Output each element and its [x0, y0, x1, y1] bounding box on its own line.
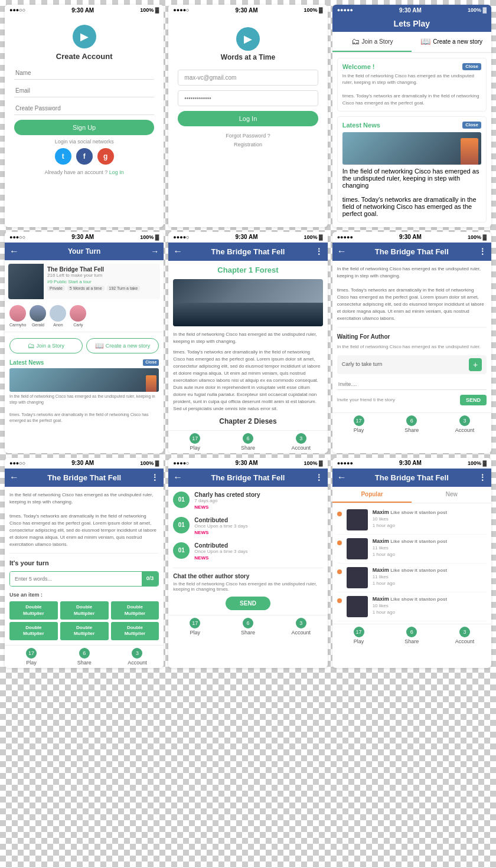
signal: ●●●○○ [9, 234, 25, 240]
nav-account[interactable]: 3 Account [111, 648, 164, 666]
story-text2: times. Today's networks are dramatically… [337, 287, 487, 322]
welcome-close[interactable]: Close [462, 63, 481, 70]
review-author-1: Maxim Like show it stanton post [373, 509, 487, 515]
nav-account[interactable]: 3 Account [275, 433, 328, 451]
chapter-body: times. Today's networks are dramatically… [173, 349, 322, 412]
back-button[interactable]: ← [337, 246, 347, 257]
header-title: The Bridge That Fell [211, 473, 285, 482]
next-button[interactable]: → [151, 247, 159, 256]
review-time-3: 1 hour ago [373, 581, 487, 586]
chapter-image [173, 279, 322, 326]
signal: ●●●●● [337, 234, 353, 240]
item-5[interactable]: DoubleMultiplier [60, 622, 109, 640]
social-login-label: Login via social networks [14, 139, 154, 145]
review-thumb-2 [347, 538, 368, 559]
join-story-tab[interactable]: 🗂 Join a Story [332, 32, 412, 52]
share-nav-icon: 6 [243, 618, 253, 628]
status-bar-5: ●●●●○ 9:30 AM 100% ▓ [168, 232, 327, 243]
nav-share[interactable]: 6 Share [385, 627, 438, 644]
nav-share[interactable]: 6 Share [221, 433, 275, 451]
more-button[interactable]: ⋮ [315, 473, 323, 482]
google-icon[interactable]: g [97, 148, 114, 165]
header-title: The Bridge That Fell [375, 473, 449, 482]
invite-input[interactable] [337, 379, 487, 390]
bottom-nav-8: 17 Play 6 Share 3 Account [168, 615, 327, 638]
nav-play[interactable]: 17 Play [332, 415, 386, 433]
password-input[interactable] [178, 90, 318, 106]
mini-news-image [9, 368, 159, 392]
mini-news-close[interactable]: Close [143, 359, 159, 366]
email-input[interactable] [178, 70, 318, 86]
item-6[interactable]: DoubleMultiplier [111, 622, 159, 640]
login-anchor[interactable]: Log In [109, 169, 124, 175]
word-input[interactable] [10, 572, 142, 586]
nav-play[interactable]: 17 Play [5, 648, 58, 666]
review-item-1: Maxim Like show it stanton post 10 likes… [337, 506, 487, 535]
back-button[interactable]: ← [173, 472, 182, 483]
more-button[interactable]: ⋮ [478, 247, 487, 256]
more-button[interactable]: ⋮ [151, 473, 159, 482]
nav-play[interactable]: 17 Play [332, 627, 386, 644]
create-story-btn[interactable]: 📖 Create a new story [86, 338, 159, 353]
nav-share[interactable]: 6 Share [221, 618, 275, 636]
review-dot-3 [337, 569, 342, 574]
send-invite-button[interactable]: SEND [460, 395, 487, 405]
review-time-4: 1 hour ago [373, 610, 487, 615]
nav-share[interactable]: 6 Share [385, 415, 438, 433]
item-1[interactable]: DoubleMultiplier [9, 601, 58, 620]
review-count-4: 10 likes [373, 603, 487, 608]
nav-share[interactable]: 6 Share [58, 648, 111, 666]
login-link: Already have an account ? Log In [14, 169, 154, 175]
nav-play[interactable]: 17 Play [168, 618, 221, 636]
back-button[interactable]: ← [337, 472, 347, 483]
carly-plus-button[interactable]: + [469, 358, 482, 371]
item-4[interactable]: DoubleMultiplier [9, 622, 58, 640]
play-nav-icon: 17 [354, 415, 364, 426]
back-button[interactable]: ← [173, 246, 182, 257]
back-button[interactable]: ← [9, 246, 19, 257]
story-title: The Bridge That Fell [47, 266, 156, 273]
item-2[interactable]: DoubleMultiplier [60, 601, 109, 620]
forgot-password[interactable]: Forgot Password ? [178, 133, 318, 139]
share-nav-icon: 6 [79, 648, 90, 659]
send-button[interactable]: SEND [226, 597, 270, 610]
items-grid: DoubleMultiplier DoubleMultiplier Double… [9, 601, 159, 640]
name-field[interactable] [14, 67, 154, 80]
bottom-nav-7: 17 Play 6 Share 3 Account [5, 645, 164, 668]
back-button[interactable]: ← [9, 472, 19, 483]
popular-tab[interactable]: Popular [332, 487, 412, 503]
signal: ●●●●○ [173, 7, 189, 13]
timeline-header: ← The Bridge That Fell ⋮ [168, 469, 327, 487]
signal: ●●●○○ [9, 7, 25, 13]
password-field[interactable] [14, 102, 154, 115]
create-story-tab[interactable]: 📖 Create a new story [412, 32, 491, 52]
review-count-1: 10 likes [373, 516, 487, 522]
nav-account[interactable]: 3 Account [438, 627, 491, 644]
signal: ●●●●● [337, 7, 353, 13]
more-button[interactable]: ⋮ [315, 247, 323, 256]
share-nav-icon: 6 [406, 415, 417, 426]
review-author-3: Maxim Like show it stanton post [373, 567, 487, 573]
news-close[interactable]: Close [462, 122, 481, 129]
join-story-btn[interactable]: 🗂 Join a Story [9, 338, 83, 353]
timeline-tag-1: NEWS [194, 505, 322, 510]
time: 9:30 AM [71, 460, 94, 466]
nav-account[interactable]: 3 Account [438, 415, 491, 433]
twitter-icon[interactable]: t [55, 148, 71, 165]
review-list: Maxim Like show it stanton post 10 likes… [332, 503, 491, 624]
avatar-img-4 [70, 305, 86, 322]
timeline-title-3: Contributed [194, 542, 322, 549]
login-button[interactable]: Log In [178, 111, 318, 126]
registration-link[interactable]: Registration [178, 142, 318, 148]
new-tab[interactable]: New [412, 487, 491, 503]
facebook-icon[interactable]: f [76, 148, 93, 165]
signup-button[interactable]: Sign Up [14, 120, 154, 135]
status-bar-3: ●●●●● 9:30 AM 100% ▓ [332, 5, 491, 15]
welcome-title: Welcome ! Close [342, 63, 481, 70]
more-button[interactable]: ⋮ [478, 473, 487, 482]
item-3[interactable]: DoubleMultiplier [111, 601, 159, 620]
nav-account[interactable]: 3 Account [275, 618, 328, 636]
nav-play[interactable]: 17 Play [168, 433, 221, 451]
email-field[interactable] [14, 84, 154, 97]
popular-tabs: Popular New [332, 487, 491, 503]
